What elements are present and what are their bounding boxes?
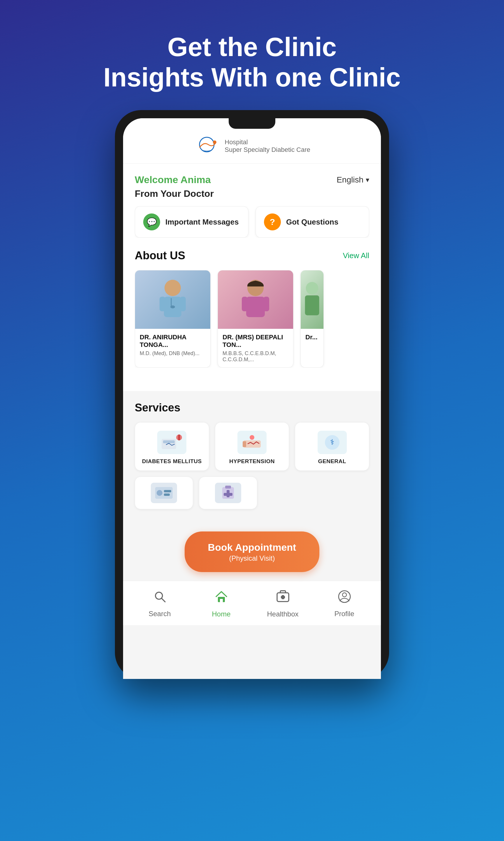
language-selector[interactable]: English ▾ xyxy=(337,175,369,185)
nav-item-home[interactable]: Home xyxy=(199,589,243,618)
svg-rect-6 xyxy=(160,297,165,311)
doctor-card-1[interactable]: DR. ANIRUDHA TONGA... M.D. (Med), DNB (M… xyxy=(135,270,211,368)
svg-rect-19 xyxy=(243,441,246,447)
services-header: Services xyxy=(135,401,369,414)
svg-rect-34 xyxy=(220,599,223,602)
svg-point-5 xyxy=(170,306,175,308)
nav-item-healthbox[interactable]: Healthbox xyxy=(261,589,305,618)
service-card-row2-2[interactable] xyxy=(199,477,257,509)
svg-rect-17 xyxy=(178,434,180,440)
from-doctor-label: From Your Doctor xyxy=(135,188,369,199)
home-icon xyxy=(214,589,229,607)
doctor-card-2[interactable]: DR. (MRS) DEEPALI TON... M.B.B.S, C.C.E.… xyxy=(218,270,293,368)
nav-item-profile[interactable]: Profile xyxy=(323,589,366,618)
doctor-name-1: DR. ANIRUDHA TONGA... xyxy=(140,333,205,349)
svg-rect-11 xyxy=(263,297,269,311)
language-label: English xyxy=(337,175,363,185)
svg-rect-15 xyxy=(163,440,175,443)
doctor-figure-2 xyxy=(238,278,273,322)
hospital-name: Hospital Super Specialty Diabetic Care xyxy=(224,138,310,154)
important-messages-label: Important Messages xyxy=(165,218,238,227)
svg-point-24 xyxy=(157,490,162,496)
row2-img-1 xyxy=(152,484,176,502)
logo-svg xyxy=(194,136,220,156)
general-img: ⚕ xyxy=(321,433,344,452)
svg-line-32 xyxy=(162,599,165,602)
nav-label-healthbox: Healthbox xyxy=(267,610,299,618)
service-img-hypertension xyxy=(237,431,267,454)
phone-notch xyxy=(229,118,275,129)
doctor-qual-2: M.B.B.S, C.C.E.B.D.M, C.C.G.D.M,... xyxy=(222,350,288,363)
hero-section: Get the Clinic Insights With one Clinic xyxy=(0,0,504,110)
doctor-info-1: DR. ANIRUDHA TONGA... M.D. (Med), DNB (M… xyxy=(135,329,210,361)
nav-label-home: Home xyxy=(212,610,230,618)
welcome-row: Welcome Anima English ▾ xyxy=(135,174,369,185)
service-card-general[interactable]: ⚕ GENERAL xyxy=(295,422,369,471)
bottom-nav: Search Home xyxy=(123,581,381,625)
services-title: Services xyxy=(135,401,180,414)
service-card-row2-1[interactable] xyxy=(135,477,193,509)
phone-screen: Hospital Super Specialty Diabetic Care W… xyxy=(123,118,381,679)
book-btn-label: Book Appointment xyxy=(208,541,296,554)
hospital-logo: Hospital Super Specialty Diabetic Care xyxy=(194,136,310,156)
svg-rect-9 xyxy=(246,297,265,317)
book-appointment-wrapper: Book Appointment (Physical Visit) xyxy=(123,520,381,581)
doctor-photo-1 xyxy=(135,270,210,329)
svg-point-2 xyxy=(164,280,181,296)
svg-point-12 xyxy=(306,282,319,295)
search-icon xyxy=(153,589,167,607)
svg-rect-13 xyxy=(305,295,319,315)
row2-img-2 xyxy=(216,484,240,502)
doctor-photo-3 xyxy=(301,270,323,329)
svg-text:⚕: ⚕ xyxy=(330,438,334,446)
chevron-down-icon: ▾ xyxy=(366,176,369,184)
nav-label-profile: Profile xyxy=(334,610,354,618)
doctor-figure-3 xyxy=(301,278,323,322)
service-img-row2-1 xyxy=(151,483,177,503)
healthbox-icon xyxy=(276,589,290,607)
service-card-hypertension[interactable]: HYPERTENSION xyxy=(215,422,289,471)
doctor-photo-2 xyxy=(218,270,293,329)
doctor-info-3: Dr... xyxy=(301,329,323,347)
svg-rect-10 xyxy=(242,297,248,311)
about-us-header: About US View All xyxy=(135,250,369,262)
nav-item-search[interactable]: Search xyxy=(138,589,182,618)
doctor-figure-1 xyxy=(155,278,190,322)
svg-rect-25 xyxy=(164,490,171,492)
hospital-name-block: Hospital Super Specialty Diabetic Care xyxy=(224,138,310,154)
profile-icon xyxy=(338,589,352,607)
view-all-link[interactable]: View All xyxy=(343,251,369,260)
message-cards: 💬 Important Messages ? Got Questions xyxy=(135,206,369,238)
svg-point-31 xyxy=(156,592,162,599)
important-messages-icon: 💬 xyxy=(143,213,160,230)
nav-label-search: Search xyxy=(148,610,170,618)
got-questions-label: Got Questions xyxy=(286,218,338,227)
service-name-hypertension: HYPERTENSION xyxy=(229,458,275,465)
svg-rect-28 xyxy=(225,486,231,488)
got-questions-card[interactable]: ? Got Questions xyxy=(255,206,369,238)
svg-point-20 xyxy=(250,435,254,440)
services-row2 xyxy=(135,477,369,509)
doctor-cards: DR. ANIRUDHA TONGA... M.D. (Med), DNB (M… xyxy=(135,270,369,368)
svg-rect-26 xyxy=(164,494,170,496)
service-name-general: GENERAL xyxy=(318,458,346,465)
phone-wrapper: Hospital Super Specialty Diabetic Care W… xyxy=(0,110,504,679)
service-img-general: ⚕ xyxy=(318,431,347,454)
important-messages-card[interactable]: 💬 Important Messages xyxy=(135,206,249,238)
book-appointment-button[interactable]: Book Appointment (Physical Visit) xyxy=(185,531,320,572)
doctor-card-3[interactable]: Dr... xyxy=(301,270,324,368)
svg-rect-30 xyxy=(224,493,232,496)
diabetes-img xyxy=(160,433,183,452)
book-btn-sub: (Physical Visit) xyxy=(208,554,296,563)
doctor-name-3: Dr... xyxy=(305,333,319,341)
service-card-diabetes[interactable]: DIABETES MELLITUS xyxy=(135,422,209,471)
doctor-qual-1: M.D. (Med), DNB (Med)... xyxy=(140,350,205,357)
welcome-section: Welcome Anima English ▾ From Your Doctor… xyxy=(123,164,381,391)
got-questions-icon: ? xyxy=(264,213,281,230)
hero-title: Get the Clinic Insights With one Clinic xyxy=(0,32,504,92)
service-img-diabetes xyxy=(157,431,186,454)
doctor-info-2: DR. (MRS) DEEPALI TON... M.B.B.S, C.C.E.… xyxy=(218,329,293,367)
svg-point-39 xyxy=(342,593,346,597)
hypertension-img xyxy=(240,433,264,452)
phone-frame: Hospital Super Specialty Diabetic Care W… xyxy=(115,110,389,679)
